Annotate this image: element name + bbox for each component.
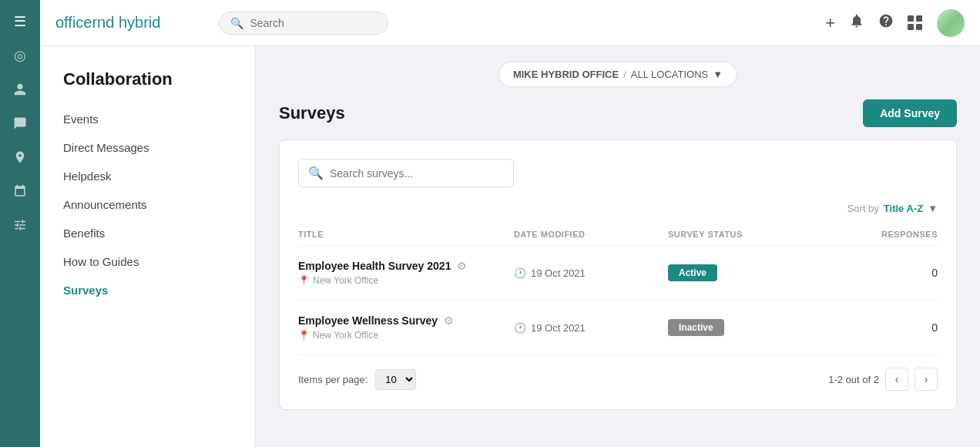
location-name: ALL LOCATIONS bbox=[631, 69, 708, 80]
sort-bar: Sort by Title A-Z ▼ bbox=[298, 203, 938, 214]
sidebar: Collaboration Events Direct Messages Hel… bbox=[40, 46, 256, 447]
header-icons: + bbox=[825, 9, 965, 37]
notification-icon[interactable] bbox=[849, 13, 864, 32]
table-header: TITLE DATE MODIFIED SURVEY STATUS RESPON… bbox=[298, 224, 938, 246]
main-layout: Collaboration Events Direct Messages Hel… bbox=[40, 46, 980, 447]
survey-location-2: 📍 New York Office bbox=[298, 330, 514, 341]
page-nav: 1-2 out of 2 ‹ › bbox=[828, 368, 938, 391]
items-per-page-label: Items per page: bbox=[298, 374, 368, 385]
col-date: DATE MODIFIED bbox=[514, 230, 668, 239]
sidebar-item-direct-messages[interactable]: Direct Messages bbox=[40, 133, 255, 162]
status-col-2: Inactive bbox=[668, 319, 822, 336]
people-icon[interactable] bbox=[6, 76, 34, 103]
surveys-card: 🔍 Sort by Title A-Z ▼ TITLE DATE MODIFIE… bbox=[279, 139, 957, 410]
sidebar-item-surveys[interactable]: Surveys bbox=[40, 276, 255, 304]
clock-icon-2: 🕐 bbox=[514, 322, 526, 334]
status-col-1: Active bbox=[668, 264, 822, 281]
date-col-2: 🕐 19 Oct 2021 bbox=[514, 322, 668, 334]
sidebar-section-title: Collaboration bbox=[40, 62, 255, 105]
location-selector[interactable]: MIKE HYBRID OFFICE / ALL LOCATIONS ▼ bbox=[498, 62, 737, 87]
page-header: Surveys Add Survey bbox=[279, 99, 957, 127]
col-responses: RESPONSES bbox=[822, 230, 938, 239]
apps-icon[interactable] bbox=[908, 15, 923, 31]
sort-chevron-icon[interactable]: ▼ bbox=[928, 203, 938, 214]
col-title: TITLE bbox=[298, 230, 514, 239]
table-row: Employee Health Survey 2021 ⚙ 📍 New York… bbox=[298, 246, 938, 301]
prev-page-button[interactable]: ‹ bbox=[885, 368, 908, 391]
clock-icon-1: 🕐 bbox=[514, 267, 526, 279]
sort-label: Sort by bbox=[847, 203, 879, 214]
location-chevron-icon: ▼ bbox=[713, 69, 723, 80]
content-area: MIKE HYBRID OFFICE / ALL LOCATIONS ▼ Sur… bbox=[256, 46, 980, 447]
search-bar[interactable]: 🔍 bbox=[219, 12, 388, 35]
col-status: SURVEY STATUS bbox=[668, 230, 822, 239]
items-per-page-select[interactable]: 10 25 50 bbox=[375, 369, 416, 390]
filters-icon[interactable] bbox=[6, 211, 34, 239]
sidebar-item-how-to-guides[interactable]: How to Guides bbox=[40, 247, 255, 276]
survey-gear-button-2[interactable]: ⚙ bbox=[444, 314, 454, 327]
menu-icon[interactable]: ☰ bbox=[6, 8, 34, 35]
dashboard-icon[interactable]: ◎ bbox=[6, 42, 34, 69]
pagination-bar: Items per page: 10 25 50 1-2 out of 2 ‹ … bbox=[298, 368, 938, 391]
search-input[interactable] bbox=[250, 17, 377, 29]
location-icon[interactable] bbox=[6, 143, 34, 171]
logo-text: officernd bbox=[55, 14, 114, 31]
items-per-page: Items per page: 10 25 50 bbox=[298, 369, 416, 390]
status-badge-1: Active bbox=[668, 264, 717, 281]
search-icon: 🔍 bbox=[230, 17, 243, 29]
responses-col-1: 0 bbox=[822, 267, 938, 279]
pin-icon-2: 📍 bbox=[298, 330, 310, 341]
help-icon[interactable] bbox=[878, 13, 894, 32]
pagination-count: 1-2 out of 2 bbox=[828, 374, 879, 385]
responses-col-2: 0 bbox=[822, 321, 938, 334]
sidebar-item-events[interactable]: Events bbox=[40, 105, 255, 133]
pin-icon-1: 📍 bbox=[298, 275, 310, 286]
sidebar-item-announcements[interactable]: Announcements bbox=[40, 190, 255, 219]
survey-search-bar[interactable]: 🔍 bbox=[298, 159, 514, 187]
avatar[interactable] bbox=[937, 9, 965, 37]
page-title: Surveys bbox=[279, 103, 345, 123]
survey-gear-button-1[interactable]: ⚙ bbox=[457, 260, 467, 272]
chat-icon[interactable] bbox=[6, 109, 34, 137]
sidebar-item-helpdesk[interactable]: Helpdesk bbox=[40, 162, 255, 190]
add-survey-button[interactable]: Add Survey bbox=[863, 99, 957, 127]
sidebar-item-benefits[interactable]: Benefits bbox=[40, 219, 255, 247]
office-name: MIKE HYBRID OFFICE bbox=[513, 69, 619, 80]
logo-hybrid: hybrid bbox=[114, 14, 160, 31]
next-page-button[interactable]: › bbox=[915, 368, 938, 391]
survey-search-input[interactable] bbox=[330, 167, 504, 180]
add-icon[interactable]: + bbox=[825, 13, 835, 33]
top-header: officernd hybrid 🔍 + bbox=[40, 0, 980, 46]
survey-title-col-1: Employee Health Survey 2021 ⚙ 📍 New York… bbox=[298, 260, 514, 286]
date-col-1: 🕐 19 Oct 2021 bbox=[514, 267, 668, 279]
sort-value[interactable]: Title A-Z bbox=[884, 203, 923, 214]
separator: / bbox=[623, 69, 626, 80]
survey-search-icon: 🔍 bbox=[308, 166, 324, 180]
status-badge-2: Inactive bbox=[668, 319, 724, 336]
survey-location-1: 📍 New York Office bbox=[298, 275, 514, 286]
calendar-icon[interactable] bbox=[6, 177, 34, 205]
location-bar: MIKE HYBRID OFFICE / ALL LOCATIONS ▼ bbox=[279, 62, 957, 87]
survey-title-col-2: Employee Wellness Survey ⚙ 📍 New York Of… bbox=[298, 314, 514, 341]
icon-rail: ☰ ◎ bbox=[0, 0, 40, 447]
table-row: Employee Wellness Survey ⚙ 📍 New York Of… bbox=[298, 301, 938, 355]
survey-name-2: Employee Wellness Survey ⚙ bbox=[298, 314, 514, 327]
survey-name-1: Employee Health Survey 2021 ⚙ bbox=[298, 260, 514, 272]
logo: officernd hybrid bbox=[55, 14, 160, 32]
